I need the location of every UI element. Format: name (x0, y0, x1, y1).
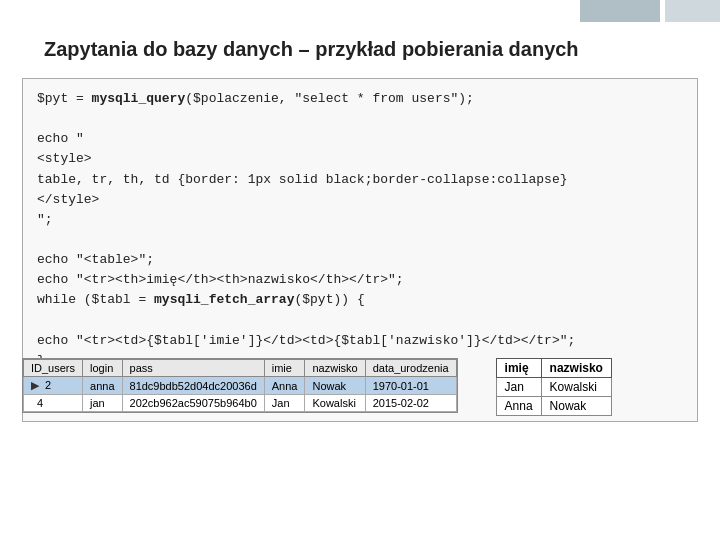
table-row: ▶ 2 anna 81dc9bdb52d04dc20036d Anna Nowa… (24, 377, 457, 395)
result-table-wrap: imię nazwisko Jan Kowalski Anna Nowak (496, 358, 612, 416)
cell-nazwisko: Kowalski (305, 395, 365, 412)
code-line-7: "; (37, 212, 53, 227)
code-line-1: $pyt = mysqli_query($polaczenie, "select… (37, 91, 474, 106)
page-title: Zapytania do bazy danych – przykład pobi… (44, 38, 579, 61)
result-col-nazwisko: nazwisko (541, 359, 611, 378)
cell-imie: Jan (264, 395, 305, 412)
db-table-header-row: ID_users login pass imie nazwisko data_u… (24, 360, 457, 377)
result-table: imię nazwisko Jan Kowalski Anna Nowak (496, 358, 612, 416)
code-line-6: </style> (37, 192, 99, 207)
col-data-urodzenia: data_urodzenia (365, 360, 456, 377)
keyword-mysqli-query: mysqli_query (92, 91, 186, 106)
result-row: Anna Nowak (496, 397, 611, 416)
result-header-row: imię nazwisko (496, 359, 611, 378)
result-cell-imie: Anna (496, 397, 541, 416)
col-pass: pass (122, 360, 264, 377)
code-line-4: <style> (37, 151, 92, 166)
cell-id: 4 (24, 395, 83, 412)
cell-login: jan (83, 395, 122, 412)
result-cell-imie: Jan (496, 378, 541, 397)
col-nazwisko: nazwisko (305, 360, 365, 377)
col-login: login (83, 360, 122, 377)
cell-pass: 81dc9bdb52d04dc20036d (122, 377, 264, 395)
result-cell-nazwisko: Kowalski (541, 378, 611, 397)
deco-rect-1 (580, 0, 660, 22)
cell-nazwisko: Nowak (305, 377, 365, 395)
cell-arrow: ▶ 2 (24, 377, 83, 395)
db-table-wrap: ID_users login pass imie nazwisko data_u… (22, 358, 458, 413)
code-line-9: echo "<table>"; (37, 252, 154, 267)
keyword-mysqli-fetch-array: mysqli_fetch_array (154, 292, 294, 307)
code-line-10: echo "<tr><th>imię</th><th>nazwisko</th>… (37, 272, 404, 287)
code-line-13: echo "<tr><td>{$tabl['imie']}</td><td>{$… (37, 333, 575, 348)
cell-imie: Anna (264, 377, 305, 395)
result-cell-nazwisko: Nowak (541, 397, 611, 416)
code-line-11: while ($tabl = mysqli_fetch_array($pyt))… (37, 292, 365, 307)
code-line-3: echo " (37, 131, 84, 146)
cell-pass: 202cb962ac59075b964b0 (122, 395, 264, 412)
deco-rect-2 (665, 0, 720, 22)
cell-data: 1970-01-01 (365, 377, 456, 395)
db-table: ID_users login pass imie nazwisko data_u… (23, 359, 457, 412)
cell-login: anna (83, 377, 122, 395)
table-row: 4 jan 202cb962ac59075b964b0 Jan Kowalski… (24, 395, 457, 412)
code-line-5: table, tr, th, td {border: 1px solid bla… (37, 172, 568, 187)
bottom-section: ID_users login pass imie nazwisko data_u… (22, 358, 698, 416)
col-imie: imie (264, 360, 305, 377)
cell-data: 2015-02-02 (365, 395, 456, 412)
result-col-imie: imię (496, 359, 541, 378)
col-id-users: ID_users (24, 360, 83, 377)
result-row: Jan Kowalski (496, 378, 611, 397)
